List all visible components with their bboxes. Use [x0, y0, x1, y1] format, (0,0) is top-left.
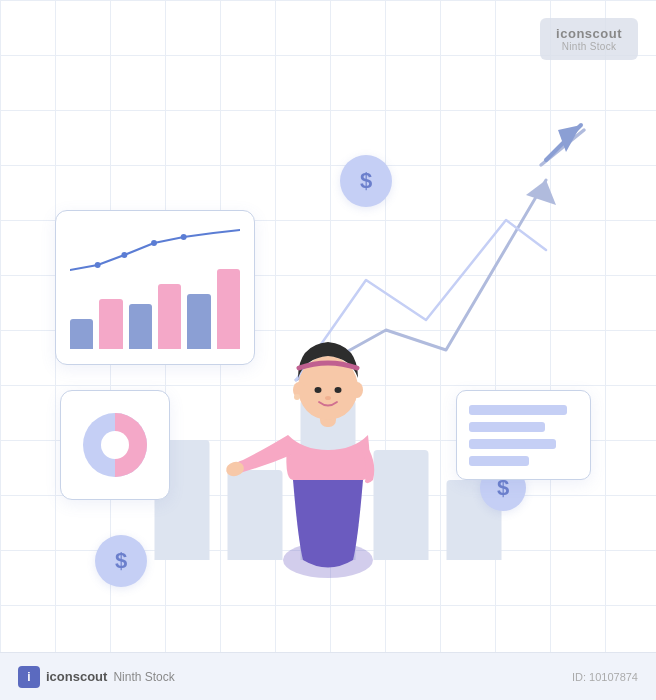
- chart-bar: [129, 304, 152, 349]
- watermark-brand: iconscout: [556, 26, 622, 41]
- hbar-chart-card: [456, 390, 591, 480]
- chart-bar: [70, 319, 93, 349]
- hbar-row: [469, 422, 545, 432]
- svg-point-7: [181, 234, 187, 240]
- svg-point-18: [335, 387, 342, 393]
- hbar-row: [469, 405, 567, 415]
- dollar-coin-bottom: $: [95, 535, 147, 587]
- svg-point-15: [294, 394, 300, 400]
- pie-chart-card: [60, 390, 170, 500]
- chart-bar: [158, 284, 181, 349]
- dollar-coin-top: $: [340, 155, 392, 207]
- svg-point-16: [351, 382, 363, 398]
- bottom-ninth-label: Ninth Stock: [113, 670, 174, 684]
- watermark-sub: Ninth Stock: [562, 41, 616, 52]
- svg-point-5: [121, 252, 127, 258]
- svg-point-6: [151, 240, 157, 246]
- svg-point-19: [325, 396, 331, 400]
- bottom-left-group: i iconscout Ninth Stock: [18, 666, 175, 688]
- bottom-logo-icon: i: [18, 666, 40, 688]
- illustration-container: $ $ $: [0, 0, 656, 700]
- person-illustration: [213, 250, 443, 610]
- chart-bar: [99, 299, 122, 349]
- bottom-brand-label: iconscout: [46, 669, 107, 684]
- svg-point-4: [95, 262, 101, 268]
- svg-marker-0: [526, 180, 556, 205]
- svg-point-17: [315, 387, 322, 393]
- watermark: iconscout Ninth Stock: [540, 18, 638, 60]
- hbar-row: [469, 439, 556, 449]
- bottom-id-label: ID: 10107874: [572, 671, 638, 683]
- pie-chart-svg: [75, 405, 155, 485]
- svg-point-9: [101, 431, 129, 459]
- chart-bar: [187, 294, 210, 349]
- hbar-row: [469, 456, 529, 466]
- bottom-bar: i iconscout Ninth Stock ID: 10107874: [0, 652, 656, 700]
